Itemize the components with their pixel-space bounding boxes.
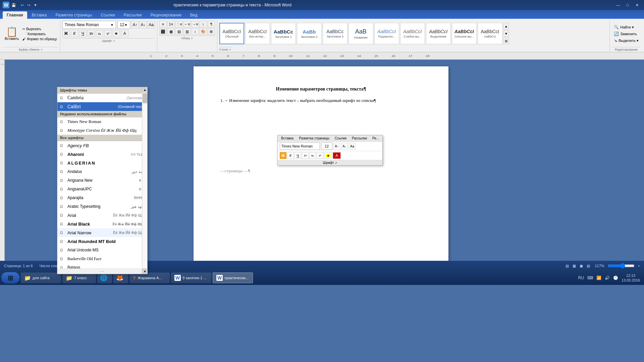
tab-mailings[interactable]: Рассылки	[120, 11, 146, 19]
increase-indent-btn[interactable]: →≡	[192, 21, 199, 27]
styles-up[interactable]: ▲	[503, 23, 509, 29]
multilevel-btn[interactable]: ⋮≡	[175, 21, 183, 27]
style-h1[interactable]: AaBbCc Заголовок 1	[271, 23, 296, 44]
font-item-andalus[interactable]: Ω Andalus أيمة حوز	[57, 167, 147, 176]
datetime-display[interactable]: 12:13 13.03.2016	[622, 273, 640, 283]
strikethrough-btn[interactable]: зч	[88, 30, 95, 37]
style-h2[interactable]: AaBb Заголовок 2	[297, 23, 322, 44]
decrease-font-btn[interactable]: A↓	[140, 21, 147, 28]
font-item-baskerville[interactable]: Ω Baskerville Old Face	[57, 254, 147, 263]
scrollbar-thumb[interactable]	[143, 93, 147, 103]
tab-view[interactable]: Вид	[186, 11, 202, 19]
copy-btn[interactable]: 📄 Копировать	[21, 32, 58, 36]
style-subtle-em[interactable]: AaBbCcI Слабое вы...	[400, 23, 425, 44]
font-color-btn[interactable]: A	[121, 30, 128, 37]
find-btn[interactable]: 🔍 Найти ▾	[612, 24, 641, 30]
pilcrow-btn[interactable]: ¶	[208, 21, 215, 27]
network-icon[interactable]: 📶	[596, 276, 601, 280]
numbering-btn[interactable]: 1≡	[167, 21, 175, 27]
mini-reset-btn[interactable]: Аа	[349, 143, 356, 149]
font-item-angsanaupc[interactable]: Ω AngsanaUPC ส สิ๊	[57, 185, 147, 193]
font-item-arialblack[interactable]: Ω Arial Black Ёё Жж Йй Фф Щщ	[57, 220, 147, 228]
start-btn[interactable]: ⊞	[1, 272, 19, 284]
taskbar-item-word1[interactable]: W 9 занятие-1 ...	[171, 273, 211, 283]
font-item-aparajita[interactable]: Ω Aparajita देवनागरी	[57, 193, 147, 202]
view-btn-4[interactable]: ▤	[585, 263, 591, 269]
align-center-btn[interactable]: ▦	[167, 28, 175, 35]
font-item-calibri[interactable]: Ω Calibri (Основной текст)	[57, 102, 147, 111]
clock-icon[interactable]: 🕐	[613, 276, 618, 280]
taskbar-item-word2[interactable]: W практически...	[213, 273, 253, 283]
qa-dropdown[interactable]: ▼	[34, 3, 37, 7]
mini-tab-review[interactable]: Ре...	[370, 136, 381, 140]
style-emphasis[interactable]: AaBbCcI Выделение	[426, 23, 451, 44]
align-left-btn[interactable]: ⬛	[159, 28, 167, 35]
mini-underline-btn[interactable]: Ч	[294, 152, 301, 159]
scrollbar-up-btn[interactable]: ▲	[142, 87, 148, 93]
style-title[interactable]: AaB Название	[348, 23, 373, 44]
taskbar-lang[interactable]: RU	[578, 276, 584, 280]
mini-fontcolor-btn[interactable]: A	[333, 152, 341, 159]
font-item-cambria[interactable]: Ω Cambria (Заголовки)	[57, 94, 147, 102]
decrease-indent-btn[interactable]: ←≡	[183, 21, 191, 27]
view-btn-2[interactable]: ▦	[571, 263, 577, 269]
font-item-arialrounded[interactable]: Ω Arial Rounded MT Bold	[57, 237, 147, 246]
font-size-dropdown-icon[interactable]: ▼	[124, 23, 128, 27]
style-normal[interactable]: AaBbCcI Обычный	[219, 23, 244, 44]
highlight-btn[interactable]: ★	[113, 30, 120, 37]
mini-increase-btn[interactable]: A↑	[333, 143, 340, 149]
tab-layout[interactable]: Разметка страницы	[51, 11, 96, 19]
taskbar-item-folder1[interactable]: 📁 для сайта	[21, 273, 61, 283]
sort-btn[interactable]: ↕	[200, 21, 207, 27]
mini-strike-btn[interactable]: зч	[302, 152, 309, 159]
redo-btn[interactable]: ↪	[27, 3, 30, 7]
paste-btn[interactable]: 📋 Вставить	[3, 26, 20, 42]
style-subtitle[interactable]: AaBbCcI Подзаголо...	[374, 23, 399, 44]
font-name-input[interactable]: Times New Roman ▼	[62, 21, 116, 29]
bold-btn[interactable]: Ж	[62, 30, 70, 37]
select-btn[interactable]: ↘ Выделить ▾	[612, 38, 641, 44]
font-item-arabictype[interactable]: Ω Arabic Typesetting أعهد هور	[57, 202, 147, 211]
font-name-dropdown-icon[interactable]: ▼	[110, 23, 114, 27]
quick-save[interactable]: 💾	[11, 3, 16, 7]
underline-btn[interactable]: Ч	[79, 30, 87, 37]
close-btn[interactable]: ✕	[633, 2, 641, 8]
format-painter-btn[interactable]: 🖌 Формат по образцу	[21, 37, 58, 41]
align-right-btn[interactable]: ▤	[175, 28, 183, 35]
font-size-input[interactable]: 12 ▼	[117, 21, 130, 29]
increase-font-btn[interactable]: A↑	[131, 21, 139, 28]
maximize-btn[interactable]: □	[623, 2, 632, 8]
dropdown-scroll-indicator[interactable]: ····	[57, 268, 147, 274]
view-btn-1[interactable]: ▤	[564, 263, 570, 269]
font-item-arialunicode[interactable]: Ω Arial Unicode MS	[57, 246, 147, 254]
scrollbar-down-btn[interactable]: ▼	[142, 268, 148, 274]
font-item-aharoni[interactable]: Ω Aharoni אבגד הוז	[57, 150, 147, 159]
minimize-btn[interactable]: —	[614, 2, 623, 8]
superscript-btn[interactable]: х²	[104, 30, 112, 37]
mini-tab-insert[interactable]: Вставка	[279, 136, 296, 140]
undo-btn[interactable]: ↩	[21, 3, 24, 7]
tab-insert[interactable]: Вставка	[28, 11, 51, 19]
italic-btn[interactable]: К	[71, 30, 78, 37]
mini-decrease-btn[interactable]: A↓	[341, 143, 348, 149]
mini-tab-layout[interactable]: Разметка страницы	[297, 136, 331, 140]
speaker-icon[interactable]: 🔊	[605, 276, 610, 280]
font-item-monotype[interactable]: Ω Monotype Corsiva Ёё Жж Йй Фф Щц	[57, 126, 147, 135]
mini-sub-btn[interactable]: х₂	[309, 152, 316, 159]
styles-more[interactable]: ⊞	[503, 38, 509, 44]
mini-highlight-btn[interactable]: ★	[324, 152, 332, 159]
subscript-btn[interactable]: х₂	[96, 30, 103, 37]
mini-tab-refs[interactable]: Ссылки	[333, 136, 348, 140]
style-strong[interactable]: AaBbCcI Сильное вы...	[452, 23, 477, 44]
zoom-in-btn[interactable]: +	[638, 264, 640, 268]
dropdown-scrollbar[interactable]: ▲ ▼	[142, 87, 147, 274]
tab-references[interactable]: Ссылки	[97, 11, 119, 19]
bullets-btn[interactable]: ≡	[159, 21, 167, 27]
justify-btn[interactable]: ▥	[183, 28, 191, 35]
mini-italic-btn[interactable]: К	[287, 152, 294, 159]
shading-btn[interactable]: 🎨	[200, 28, 207, 35]
view-btn-3[interactable]: ▣	[578, 263, 584, 269]
borders-btn[interactable]: ⊞	[208, 28, 215, 35]
style-no-spacing[interactable]: AaBbCcI Без интер...	[245, 23, 270, 44]
font-item-algerian[interactable]: Ω ALGERIAN	[57, 159, 147, 167]
